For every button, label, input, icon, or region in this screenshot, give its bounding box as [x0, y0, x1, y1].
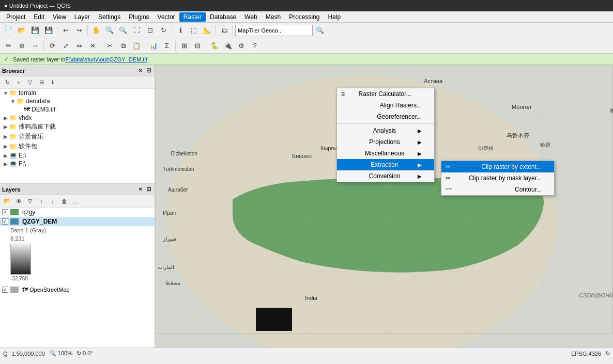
tree-item-fdrive[interactable]: ▶ 💻 F:\ [0, 160, 155, 168]
layer-band-value: 8,231 [10, 235, 25, 242]
measure-button[interactable]: 📐 [201, 24, 213, 37]
rotate-btn[interactable]: ⟳ [46, 40, 58, 52]
layers-close-icon[interactable]: × [137, 185, 144, 193]
zoom-full-button[interactable]: ⛶ [130, 24, 143, 37]
digitize-btn[interactable]: ✏ [2, 40, 14, 52]
menu-item-clip-mask[interactable]: ✂ Clip raster by mask layer... [441, 172, 554, 184]
menu-edit[interactable]: Edit [29, 12, 49, 22]
menu-item-align-rasters[interactable]: Align Rasters... [337, 100, 434, 111]
layer-item-osm[interactable]: ✓ 🗺 OpenStreetMap [0, 286, 155, 294]
layers-button[interactable]: 🗂 [218, 24, 231, 37]
flip-btn[interactable]: ⇔ [73, 40, 85, 52]
zoom-selection-button[interactable]: ⊡ [144, 24, 156, 37]
deselect-btn[interactable]: ⊟ [191, 40, 204, 52]
menu-vector[interactable]: Vector [154, 12, 179, 22]
menu-item-conversion[interactable]: Conversion ▶ [337, 170, 434, 182]
delete-btn[interactable]: ✕ [86, 40, 99, 52]
refresh-button[interactable]: ↻ [157, 24, 170, 37]
browser-expand-icon[interactable]: ⊡ [145, 67, 152, 74]
menu-item-clip-extent[interactable]: ✂ Clip raster by extent... [441, 161, 554, 172]
settings2-btn[interactable]: ⚙ [235, 40, 248, 52]
layer-checkbox-osm[interactable]: ✓ [2, 287, 8, 293]
menu-item-raster-calculator[interactable]: ≡ Raster Calculator... [337, 88, 434, 100]
browser-add-btn[interactable]: + [13, 77, 24, 88]
help-btn[interactable]: ? [249, 40, 261, 52]
browser-info-btn[interactable]: ℹ [48, 77, 58, 88]
folder-icon: 📁 [9, 143, 17, 150]
tree-item-edrive[interactable]: ▶ 💻 E:\ [0, 151, 155, 160]
layers-up-btn[interactable]: ↑ [36, 196, 47, 207]
undo-button[interactable]: ↩ [59, 24, 72, 37]
geocoder-input[interactable] [235, 25, 313, 36]
stats-btn[interactable]: Σ [161, 40, 173, 52]
menu-item-extraction[interactable]: Extraction ▶ [337, 159, 434, 170]
layers-remove-btn[interactable]: 🗑 [59, 196, 69, 207]
new-button[interactable]: 📄 [2, 24, 14, 37]
analysis-arrow: ▶ [418, 128, 422, 134]
paste-btn[interactable]: 📋 [130, 40, 143, 52]
browser-refresh-btn[interactable]: ↻ [2, 77, 12, 88]
folder-icon: 📁 [9, 114, 17, 121]
menu-item-analysis[interactable]: Analysis ▶ [337, 125, 434, 136]
layers-more-btn[interactable]: … [70, 196, 81, 207]
select2-btn[interactable]: ⊞ [178, 40, 190, 52]
menu-web[interactable]: Web [240, 12, 261, 22]
browser-close-icon[interactable]: × [137, 67, 144, 74]
attr-btn[interactable]: 📊 [147, 40, 160, 52]
menu-project[interactable]: Project [2, 12, 29, 22]
zoom-in-button[interactable]: 🔍 [103, 24, 116, 37]
menu-processing[interactable]: Processing [285, 12, 324, 22]
menu-item-contour[interactable]: 〰 Contour... [441, 184, 554, 195]
browser-collapse-btn[interactable]: ⊟ [36, 77, 47, 88]
layers-open-btn[interactable]: 📂 [2, 196, 12, 207]
tree-item-sougou[interactable]: ▶ 📁 搜狗高速下载 [0, 122, 155, 132]
map-area[interactable]: Астана O'zbekiston Türkmenistan Кыргызст… [155, 65, 613, 347]
open-button[interactable]: 📂 [16, 24, 28, 37]
layer-checkbox-qzgy-dem[interactable]: ✓ [2, 218, 8, 225]
tree-item-vhdx[interactable]: ▶ 📁 vhdx [0, 114, 155, 122]
save-as-button[interactable]: 💾 [42, 24, 55, 37]
geocoder-btn[interactable]: 🔍 [314, 24, 326, 37]
select-button[interactable]: ⬚ [188, 24, 200, 37]
tree-item-dem3[interactable]: 🗺 DEM3.tif [0, 105, 155, 114]
layers-filter-btn[interactable]: ▽ [25, 196, 35, 207]
browser-filter-btn[interactable]: ▽ [25, 77, 35, 88]
menu-raster[interactable]: Raster [179, 12, 206, 22]
tree-item-music[interactable]: ▶ 📁 背景音乐 [0, 132, 155, 141]
layers-down-btn[interactable]: ↓ [48, 196, 58, 207]
redo-button[interactable]: ↪ [73, 24, 85, 37]
layer-item-qzgy[interactable]: ✓ qzgy [0, 208, 155, 217]
cut-btn[interactable]: ✂ [103, 40, 116, 52]
scale-btn[interactable]: ⤢ [59, 40, 72, 52]
tree-item-demdata[interactable]: ▼ 📁 demdata [0, 97, 155, 105]
sep2 [87, 25, 88, 36]
menu-plugins[interactable]: Plugins [125, 12, 153, 22]
move-btn[interactable]: ↔ [29, 40, 41, 52]
zoom-out-button[interactable]: 🔍 [117, 24, 129, 37]
layers-add-btn[interactable]: 👁 [13, 196, 24, 207]
layers-expand-icon[interactable]: ⊡ [145, 185, 152, 193]
svg-text:India: India [305, 295, 318, 301]
save-button[interactable]: 💾 [29, 24, 41, 37]
plugin-btn[interactable]: 🔌 [222, 40, 234, 52]
menu-view[interactable]: View [49, 12, 70, 22]
menu-help[interactable]: Help [324, 12, 345, 22]
menu-item-miscellaneous[interactable]: Miscellaneous ▶ [337, 148, 434, 159]
menu-settings[interactable]: Settings [94, 12, 125, 22]
tree-item-software[interactable]: ▶ 📁 软件包 [0, 141, 155, 151]
layer-label-osm: 🗺 OpenStreetMap [22, 287, 70, 293]
copy-btn[interactable]: ⧉ [117, 40, 129, 52]
menu-item-georeferencer[interactable]: Georeferencer... [337, 111, 434, 122]
menu-mesh[interactable]: Mesh [262, 12, 285, 22]
node-btn[interactable]: ⊕ [16, 40, 28, 52]
menu-item-projections[interactable]: Projections ▶ [337, 136, 434, 148]
identify-button[interactable]: ℹ [174, 24, 187, 37]
menu-layer[interactable]: Layer [70, 12, 94, 22]
svg-text:Бишкек: Бишкек [292, 153, 312, 159]
python-btn[interactable]: 🐍 [208, 40, 221, 52]
pan-button[interactable]: ✋ [90, 24, 102, 37]
tree-item-terrain[interactable]: ▼ 📁 terrain [0, 89, 155, 97]
menu-database[interactable]: Database [206, 12, 240, 22]
layer-checkbox-qzgy[interactable]: ✓ [2, 209, 8, 215]
layer-item-qzgy-dem[interactable]: ✓ QZGY_DEM [0, 217, 155, 226]
